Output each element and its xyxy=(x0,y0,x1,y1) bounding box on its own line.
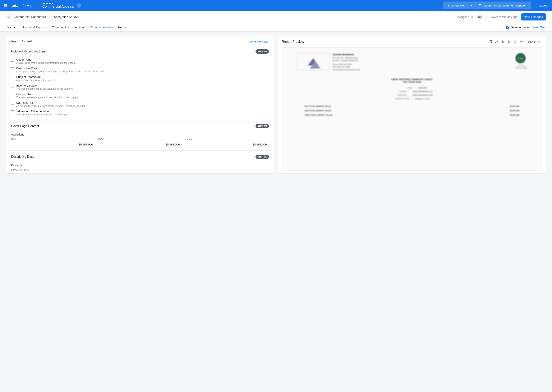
module-dropdown-button[interactable] xyxy=(77,3,81,8)
download-icon[interactable] xyxy=(495,40,499,43)
valuations-subhead: Valuations xyxy=(11,133,269,136)
zoom-select[interactable]: 100% xyxy=(526,39,542,45)
step3-chip: STEP 3/5 xyxy=(255,155,269,159)
step2-chip: STEP 2/5 xyxy=(255,124,269,128)
cboe-label: CBOE xyxy=(185,137,269,140)
fit-height-icon[interactable] xyxy=(514,40,517,43)
instrument-search[interactable] xyxy=(476,1,531,9)
saved-timestamp: Saved 2 minutes ago. xyxy=(490,15,518,19)
section-desc: A cover page that includes an introducti… xyxy=(16,62,76,64)
section-desc: The comparables approach to the valuatio… xyxy=(16,96,79,99)
zoom-in-icon[interactable] xyxy=(501,40,505,43)
property-subhead: Property xyxy=(11,163,269,167)
section-desc: The income approach to the valuation of … xyxy=(16,87,73,90)
divider xyxy=(487,15,487,19)
section-item-addendum: Addendum Documentation Any additional do… xyxy=(11,109,269,117)
section-checkbox[interactable] xyxy=(11,84,14,87)
section-label: Cover Page xyxy=(16,58,76,61)
back-button[interactable] xyxy=(6,14,11,20)
section-label: Comparables xyxy=(16,92,79,96)
section-item-income-valuation: Income Valuation The income approach to … xyxy=(11,83,269,91)
module-title: Commercial Appeals xyxy=(42,5,74,9)
generate-report-link[interactable]: Generate Report xyxy=(249,40,270,43)
nod-label: NOD xyxy=(98,137,182,140)
section-label: Addendum Documentation xyxy=(16,110,69,113)
instrument-search-group: Instrument No. xyxy=(443,1,531,9)
section-desc: An included rent roll provided for the i… xyxy=(16,105,86,107)
step3-section: Descriptive Data STEP 3/5 Property Effec… xyxy=(8,152,272,173)
save-changes-button[interactable]: Save Changes xyxy=(521,14,546,21)
zoom-value: 100% xyxy=(528,40,535,43)
breadcrumb[interactable]: Commercial Dashboard xyxy=(14,15,46,19)
svg-line-14 xyxy=(510,42,510,43)
tab-income-expense[interactable]: Income & Expense xyxy=(23,23,48,31)
preview-canvas[interactable]: Cynthia Braddock P.O. Box 471, 1400 Arm … xyxy=(281,48,543,171)
save-for-later-toggle[interactable]: Save for Later xyxy=(506,26,529,29)
module-eyebrow: APPEALS xyxy=(42,2,74,5)
chevron-down-icon xyxy=(470,4,473,7)
section-checkbox[interactable] xyxy=(11,93,14,96)
tab-report-generation[interactable]: Report Generation xyxy=(89,23,114,31)
top-bar: County APPEALS Commercial Appeals Instru… xyxy=(0,0,552,11)
save-for-later-checkbox[interactable] xyxy=(506,26,509,29)
assignee-avatar[interactable]: GM xyxy=(477,14,483,20)
nov-label: NOV xyxy=(11,137,95,140)
section-label: I&E Rent Roll xyxy=(16,101,86,104)
section-item-rent-roll: I&E Rent Roll An included rent roll prov… xyxy=(11,100,269,109)
step2-section: Cover Page Content STEP 2/5 Valuations N… xyxy=(8,122,272,151)
section-checkbox[interactable] xyxy=(11,76,14,79)
instrument-search-input[interactable] xyxy=(484,4,529,7)
account-label: Account: #123456 xyxy=(54,15,79,19)
tab-overview[interactable]: Overview xyxy=(6,23,19,31)
nov-input[interactable] xyxy=(11,141,95,148)
fit-width-icon[interactable] xyxy=(520,40,523,43)
nod-input[interactable] xyxy=(98,141,182,148)
report-preview-title: Report Preview xyxy=(282,40,304,44)
tab-comparables[interactable]: Comparables xyxy=(51,23,69,31)
section-label: Income Valuation xyxy=(16,84,73,87)
instrument-filter-label: Instrument No. xyxy=(446,4,465,7)
save-for-later-label: Save for Later xyxy=(511,26,529,29)
section-label: Subject Photo/Map xyxy=(16,75,55,78)
step3-title: Descriptive Data xyxy=(11,155,34,159)
divider xyxy=(50,15,50,19)
logo-icon[interactable] xyxy=(11,3,18,7)
section-item-comparables: Comparables The comparables approach to … xyxy=(11,91,269,100)
search-icon xyxy=(479,4,482,7)
section-desc: Any additional documents included for th… xyxy=(16,113,69,116)
report-content-title: Report Content xyxy=(10,39,32,43)
assigned-to-label: Assigned To xyxy=(457,15,473,19)
tab-notes[interactable]: Notes xyxy=(118,23,126,31)
svg-line-5 xyxy=(481,6,481,7)
svg-rect-7 xyxy=(490,42,492,43)
print-icon[interactable] xyxy=(489,40,492,43)
section-item-descriptive-data: Descriptive Data Description of the prop… xyxy=(11,65,269,74)
section-checkbox[interactable] xyxy=(11,111,14,113)
section-label: Descriptive Data xyxy=(16,67,105,70)
svg-rect-3 xyxy=(15,4,15,5)
section-checkbox[interactable] xyxy=(11,102,14,105)
svg-line-10 xyxy=(504,42,504,43)
menu-icon[interactable] xyxy=(4,3,8,7)
step1-section: Included Report Sections STEP 1/5 Cover … xyxy=(8,47,272,120)
section-item-cover-page: Cover Page A cover page that includes an… xyxy=(11,57,269,65)
section-desc: A photo and map view of the subject. xyxy=(16,79,55,82)
logout-link[interactable]: Logout xyxy=(539,4,548,7)
section-item-subject-photo: Subject Photo/Map A photo and map view o… xyxy=(11,74,269,83)
cboe-input[interactable] xyxy=(185,141,269,148)
instrument-filter-select[interactable]: Instrument No. xyxy=(443,1,476,9)
zoom-out-icon[interactable] xyxy=(507,40,511,43)
tab-valuation[interactable]: Valuation xyxy=(73,23,86,31)
section-desc: Description of the property including us… xyxy=(16,70,105,73)
report-preview-panel: Report Preview 100% Cynthia Braddock P.O… xyxy=(278,36,546,174)
report-content-panel: Report Content Generate Report Included … xyxy=(6,36,274,174)
next-task-link[interactable]: Next Task xyxy=(533,26,546,29)
module-selector: APPEALS Commercial Appeals xyxy=(42,2,81,9)
brand-label[interactable]: County xyxy=(22,4,31,7)
sub-header: Commercial Dashboard Account: #123456 As… xyxy=(0,11,552,32)
main-area: Report Content Generate Report Included … xyxy=(0,32,552,178)
section-checkbox[interactable] xyxy=(11,59,14,62)
step1-chip: STEP 1/5 xyxy=(255,49,269,54)
step2-title: Cover Page Content xyxy=(11,124,39,128)
section-checkbox[interactable] xyxy=(11,67,14,70)
